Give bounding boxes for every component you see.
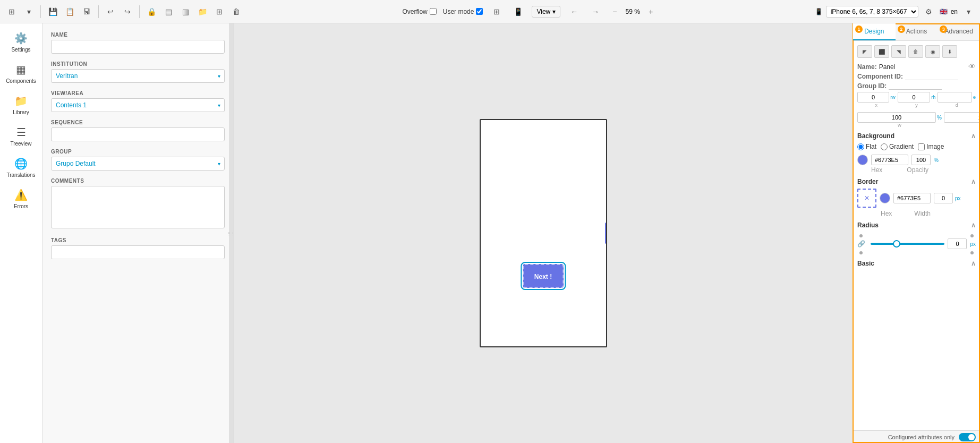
- separator-3: [139, 5, 140, 18]
- dashboard-button[interactable]: ⊞: [4, 4, 19, 19]
- radius-slider-track[interactable]: [871, 243, 944, 245]
- sidebar-item-settings[interactable]: ⚙️ Settings: [3, 28, 40, 57]
- language-flag-icon: 🇬🇧: [940, 8, 948, 15]
- next-button-text: Next !: [534, 273, 552, 280]
- zoom-out-button[interactable]: −: [609, 6, 620, 17]
- back-button[interactable]: ←: [567, 4, 582, 19]
- layers-button[interactable]: ▤: [161, 4, 176, 19]
- tab-actions[interactable]: 2 Actions: [896, 23, 938, 40]
- tab-advanced[interactable]: 3 Advanced: [938, 23, 980, 40]
- save-as-button[interactable]: 📋: [62, 4, 77, 19]
- zoom-in-button[interactable]: +: [645, 6, 656, 17]
- sequence-input[interactable]: [51, 127, 225, 141]
- grid-toggle-button[interactable]: ⊞: [489, 4, 504, 19]
- bg-flat-radio[interactable]: [857, 143, 864, 150]
- treeview-icon: ☰: [16, 126, 26, 139]
- library-icon: 📁: [14, 95, 28, 107]
- visibility-icon[interactable]: 👁: [968, 62, 976, 71]
- border-color-picker[interactable]: [880, 193, 890, 203]
- bg-flat-option[interactable]: Flat: [857, 143, 876, 150]
- delete-icon[interactable]: 🗑: [908, 45, 923, 58]
- bg-image-checkbox[interactable]: [918, 143, 925, 150]
- basic-toggle-icon[interactable]: ∧: [971, 260, 976, 267]
- name-input[interactable]: [51, 40, 225, 54]
- border-style-selector[interactable]: ✕: [857, 189, 876, 208]
- tab-design[interactable]: 1 Design: [853, 23, 896, 40]
- save-button[interactable]: 💾: [45, 4, 60, 19]
- configured-toggle[interactable]: [959, 433, 976, 441]
- border-width-input[interactable]: [934, 193, 953, 203]
- size-h-input[interactable]: [944, 112, 980, 123]
- comments-textarea[interactable]: [51, 186, 225, 228]
- coord-x-label: x: [875, 103, 878, 108]
- radius-dot-bl: [859, 251, 863, 254]
- forward-button[interactable]: →: [588, 4, 603, 19]
- main-area: ⚙️ Settings ▦ Components 📁 Library ☰ Tre…: [0, 23, 980, 443]
- border-width-sub-label: Width: [914, 210, 931, 217]
- background-toggle-icon[interactable]: ∧: [971, 132, 976, 140]
- sidebar-item-treeview[interactable]: ☰ Treeview: [3, 122, 40, 151]
- coord-x-input[interactable]: [857, 92, 889, 103]
- layers2-button[interactable]: ▥: [178, 4, 193, 19]
- component-id-input[interactable]: [905, 73, 958, 80]
- user-mode-checkbox[interactable]: [476, 8, 483, 15]
- language-dropdown-button[interactable]: ▾: [961, 4, 976, 19]
- bg-gradient-radio[interactable]: [881, 143, 888, 150]
- group-id-input[interactable]: [889, 83, 942, 90]
- size-w-input[interactable]: [857, 112, 936, 123]
- resize-handle[interactable]: ⋮⋮: [229, 23, 233, 443]
- right-panel-tabs: 1 Design 2 Actions 3 Advanced: [853, 23, 980, 41]
- left-sidebar: ⚙️ Settings ▦ Components 📁 Library ☰ Tre…: [0, 23, 42, 443]
- coord-e-input[interactable]: [938, 92, 972, 103]
- bg-opacity-sub-label: Opacity: [907, 166, 928, 174]
- device-toggle-button[interactable]: 📱: [510, 4, 525, 19]
- lock-button[interactable]: 🔒: [144, 4, 159, 19]
- bg-gradient-option[interactable]: Gradient: [881, 143, 914, 150]
- radius-value-input[interactable]: [948, 238, 967, 249]
- coord-y-input[interactable]: [898, 92, 931, 103]
- radius-toggle-icon[interactable]: ∧: [971, 222, 976, 229]
- radius-slider-thumb[interactable]: [893, 240, 900, 248]
- sidebar-item-components[interactable]: ▦ Components: [3, 59, 40, 88]
- redo-button[interactable]: ↪: [120, 4, 135, 19]
- overflow-checkbox[interactable]: [430, 8, 437, 15]
- align-center-icon[interactable]: ◉: [925, 45, 940, 58]
- settings-icon-button[interactable]: ⚙: [922, 4, 936, 19]
- sidebar-item-library[interactable]: 📁 Library: [3, 90, 40, 120]
- view-area-select[interactable]: Contents 1: [51, 98, 225, 112]
- next-button-mockup[interactable]: Next !: [523, 264, 564, 288]
- save-all-button[interactable]: 🖫: [79, 4, 94, 19]
- sidebar-item-translations[interactable]: 🌐 Translations: [3, 153, 40, 182]
- bg-image-option[interactable]: Image: [918, 143, 944, 150]
- bg-opacity-input[interactable]: [911, 155, 931, 165]
- device-select[interactable]: iPhone 6, 6s, 7, 8 375×667: [826, 6, 918, 18]
- size-h-cell: % h: [944, 112, 980, 128]
- folder-button[interactable]: 📁: [195, 4, 210, 19]
- align-right-top-icon[interactable]: ◥: [891, 45, 906, 58]
- group-group: GROUP Grupo Default ▾: [51, 149, 225, 171]
- group-select[interactable]: Grupo Default: [51, 157, 225, 171]
- align-center-top-icon[interactable]: ⬛: [874, 45, 889, 58]
- radius-link-icon[interactable]: 🔗: [857, 240, 865, 248]
- bg-gradient-label: Gradient: [889, 143, 914, 150]
- border-toggle-icon[interactable]: ∧: [971, 178, 976, 185]
- view-button[interactable]: View ▾: [532, 6, 560, 18]
- border-hex-input[interactable]: [893, 193, 931, 203]
- blue-panel-tab[interactable]: [605, 223, 607, 244]
- undo-button[interactable]: ↩: [103, 4, 118, 19]
- align-left-top-icon[interactable]: ◤: [857, 45, 872, 58]
- sidebar-item-errors[interactable]: ⚠️ Errors: [3, 184, 40, 214]
- dropdown-button[interactable]: ▾: [21, 4, 36, 19]
- border-section-header: Border ∧: [857, 178, 976, 185]
- institution-select[interactable]: Veritran: [51, 69, 225, 83]
- background-section-label: Background: [857, 132, 894, 140]
- right-panel-bottom-bar: Configured attributes only: [853, 430, 980, 443]
- tags-input[interactable]: [51, 245, 225, 259]
- bg-color-picker[interactable]: [857, 155, 868, 165]
- grid-button[interactable]: ⊞: [212, 4, 227, 19]
- delete-button[interactable]: 🗑: [229, 4, 244, 19]
- view-area-select-wrapper: Contents 1 ▾: [51, 98, 225, 112]
- align-bottom-icon[interactable]: ⬇: [942, 45, 957, 58]
- bg-hex-input[interactable]: [871, 155, 908, 165]
- canvas-area[interactable]: Next !: [234, 23, 853, 443]
